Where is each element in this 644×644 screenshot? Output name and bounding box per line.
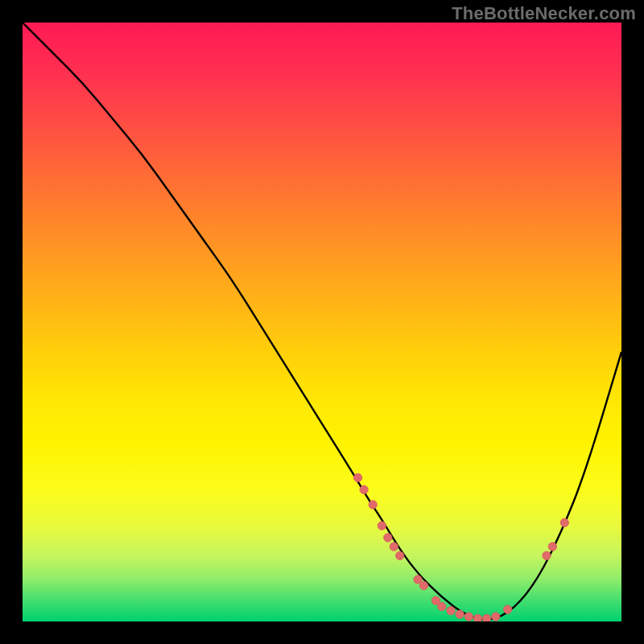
curve-marker xyxy=(503,605,511,613)
curve-marker xyxy=(419,581,427,589)
curve-marker xyxy=(492,613,500,621)
chart-frame xyxy=(23,23,621,621)
curve-marker xyxy=(548,543,556,551)
bottleneck-curve xyxy=(23,23,621,620)
curve-marker xyxy=(543,551,551,559)
curve-marker xyxy=(438,602,446,610)
watermark-text: TheBottleNecker.com xyxy=(452,3,636,24)
curve-marker xyxy=(353,473,361,481)
curve-marker xyxy=(378,522,386,530)
chart-svg xyxy=(23,23,621,621)
curve-marker xyxy=(360,485,368,493)
curve-marker xyxy=(384,534,392,542)
curve-marker xyxy=(464,613,473,621)
curve-marker xyxy=(390,543,398,551)
curve-marker xyxy=(473,614,481,621)
curve-marker xyxy=(369,501,377,509)
curve-marker xyxy=(560,518,568,526)
curve-marker xyxy=(396,551,404,559)
curve-markers xyxy=(353,473,568,621)
curve-marker xyxy=(482,614,490,621)
curve-marker xyxy=(456,610,464,618)
curve-marker xyxy=(447,606,455,614)
